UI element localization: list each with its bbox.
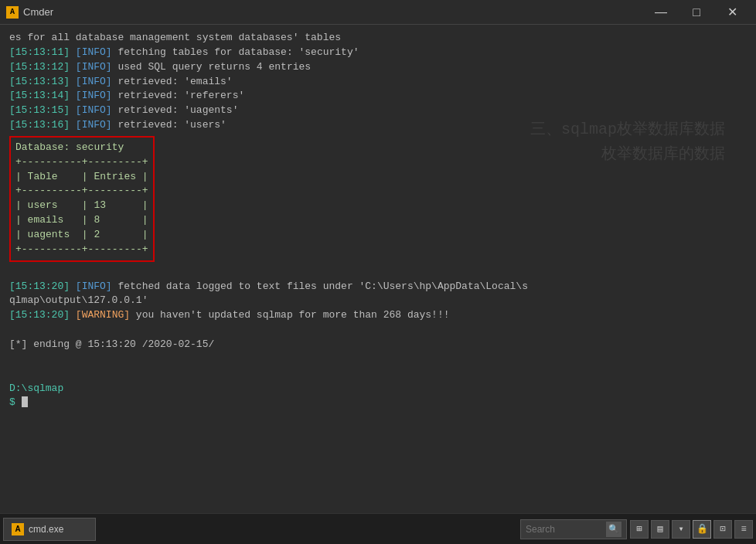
after-line-1: [15:13:20] [INFO] fetched data logged to… [9, 280, 747, 309]
app-icon: A [6, 6, 19, 19]
prompt-directory: D:\sqlmap [9, 381, 747, 395]
window-controls: — □ ✕ [643, 0, 750, 25]
prompt-symbol: $ [9, 396, 22, 408]
table-header: | Table | Entries | [15, 170, 148, 185]
taskbar-icon-4[interactable]: ≡ [734, 520, 753, 539]
blank-line-4 [9, 367, 747, 382]
table-sep-3: +----------+---------+ [15, 243, 148, 257]
after-line-warn: [15:13:20] [WARNING] you haven't updated… [9, 308, 747, 323]
taskbar-item-label: cmd.exe [29, 524, 63, 535]
search-box[interactable]: 🔍 [520, 519, 627, 539]
terminal-line-6: [15:13:16] [INFO] retrieved: 'users' [9, 118, 747, 133]
blank-line-2 [9, 323, 747, 338]
taskbar: A cmd.exe 🔍 ⊞ ▤ ▾ 🔒 ⊡ ≡ [0, 513, 756, 544]
table-db-line: Database: security [15, 141, 148, 155]
title-bar-left: A Cmder [6, 6, 53, 19]
taskbar-icon-2[interactable]: ▤ [651, 520, 669, 539]
cursor [22, 396, 28, 407]
terminal-line-1: [15:13:11] [INFO] fetching tables for da… [9, 46, 747, 60]
prompt-line: $ [9, 395, 747, 409]
blank-line-3 [9, 352, 747, 367]
terminal-line-5: [15:13:15] [INFO] retrieved: 'uagents' [9, 104, 747, 118]
taskbar-item-cmdexe[interactable]: A cmd.exe [3, 518, 96, 541]
window-title: Cmder [23, 6, 53, 18]
terminal-area: 三、sqlmap枚举数据库数据 枚举数据库的数据 es for all data… [0, 25, 756, 513]
terminal-line-4: [15:13:14] [INFO] retrieved: 'referers' [9, 89, 747, 104]
terminal-line-0: es for all database management system da… [9, 31, 747, 46]
taskbar-icon-1[interactable]: ⊞ [630, 520, 649, 539]
taskbar-icon-dropdown[interactable]: ▾ [672, 520, 690, 539]
table-sep-1: +----------+---------+ [15, 155, 148, 170]
prompt-path: D:\sqlmap [9, 382, 63, 394]
close-button[interactable]: ✕ [714, 0, 750, 25]
table-row-emails: | emails | 8 | [15, 213, 148, 228]
ending-line: [*] ending @ 15:13:20 /2020-02-15/ [9, 338, 747, 352]
minimize-button[interactable]: — [643, 0, 679, 25]
table-row-users: | users | 13 | [15, 199, 148, 213]
table-sep-2: +----------+---------+ [15, 184, 148, 199]
title-bar: A Cmder — □ ✕ [0, 0, 756, 25]
taskbar-icon-3[interactable]: ⊡ [713, 520, 732, 539]
blank-line-1 [9, 265, 747, 280]
watermark-line-2: 枚举数据库的数据 [530, 142, 725, 167]
search-button[interactable]: 🔍 [606, 522, 621, 537]
search-input[interactable] [526, 524, 603, 535]
sql-table-output: Database: security +----------+---------… [9, 136, 155, 262]
terminal-line-3: [15:13:13] [INFO] retrieved: 'emails' [9, 75, 747, 90]
taskbar-icons: ⊞ ▤ ▾ 🔒 ⊡ ≡ [630, 520, 753, 539]
maximize-button[interactable]: □ [679, 0, 714, 25]
taskbar-icon-lock[interactable]: 🔒 [693, 520, 711, 539]
terminal-line-2: [15:13:12] [INFO] used SQL query returns… [9, 60, 747, 75]
taskbar-app-icon: A [12, 523, 24, 536]
table-row-uagents: | uagents | 2 | [15, 228, 148, 243]
